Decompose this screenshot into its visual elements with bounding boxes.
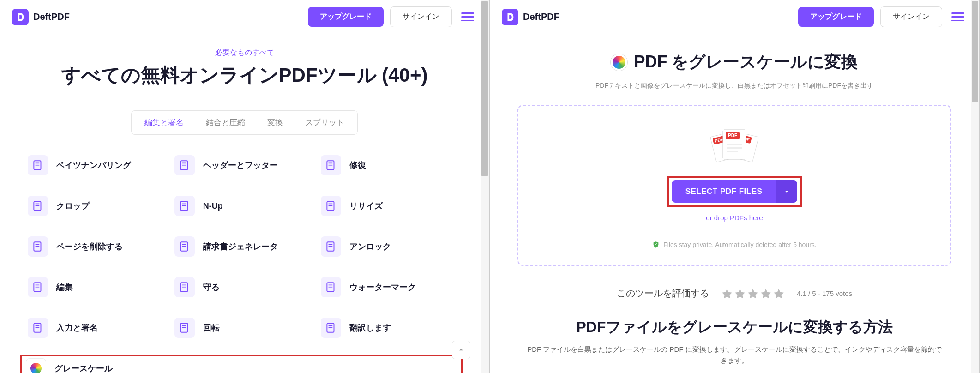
tool-icon bbox=[321, 277, 341, 297]
tool-item[interactable]: 請求書ジェネレータ bbox=[173, 233, 317, 260]
svg-rect-7 bbox=[329, 163, 333, 164]
tool-label: ページを削除する bbox=[56, 241, 123, 252]
tool-label: N-Up bbox=[203, 201, 223, 211]
hero-title: すべての無料オンラインPDFツール (40+) bbox=[9, 62, 480, 88]
menu-icon[interactable] bbox=[458, 10, 477, 24]
logo[interactable]: DeftPDF bbox=[502, 9, 559, 25]
tool-item[interactable]: 守る bbox=[173, 273, 317, 301]
svg-rect-25 bbox=[329, 244, 333, 245]
rating-stars[interactable] bbox=[721, 288, 785, 300]
svg-rect-22 bbox=[182, 244, 186, 245]
logo-icon bbox=[502, 9, 518, 25]
svg-rect-35 bbox=[329, 287, 333, 288]
tool-item[interactable]: 翻訳します bbox=[319, 314, 463, 342]
tool-item[interactable]: N-Up bbox=[173, 192, 317, 220]
rate-label: このツールを評価する bbox=[617, 287, 709, 300]
tool-label: ウォーターマーク bbox=[349, 282, 416, 293]
tool-icon bbox=[28, 196, 48, 216]
tool-label: 翻訳します bbox=[349, 322, 391, 333]
signin-button[interactable]: サインイン bbox=[390, 6, 452, 27]
howto-description: PDF ファイルを白黒またはグレースケールの PDF に変換します。グレースケー… bbox=[527, 344, 942, 366]
tool-icon bbox=[174, 318, 195, 338]
svg-rect-34 bbox=[329, 285, 333, 286]
select-source-dropdown[interactable] bbox=[776, 180, 797, 203]
drop-hint: or drop PDFs here bbox=[528, 214, 941, 222]
svg-rect-1 bbox=[36, 163, 40, 164]
tool-label: リサイズ bbox=[349, 200, 383, 211]
svg-rect-20 bbox=[36, 246, 40, 247]
svg-text:PDF: PDF bbox=[728, 133, 737, 138]
tool-item[interactable]: グレースケール bbox=[20, 355, 463, 373]
rate-summary: 4.1 / 5 - 175 votes bbox=[797, 289, 852, 297]
svg-rect-56 bbox=[727, 151, 738, 152]
logo-icon bbox=[12, 9, 29, 25]
upgrade-button[interactable]: アップグレード bbox=[798, 7, 874, 27]
back-to-top-button[interactable] bbox=[452, 341, 470, 359]
svg-rect-54 bbox=[727, 144, 742, 145]
svg-rect-44 bbox=[329, 327, 333, 328]
tool-item[interactable]: リサイズ bbox=[319, 192, 463, 220]
tool-icon bbox=[174, 155, 195, 175]
logo[interactable]: DeftPDF bbox=[12, 9, 70, 25]
svg-rect-2 bbox=[36, 165, 40, 166]
tool-item[interactable]: クロップ bbox=[26, 192, 170, 220]
menu-icon[interactable] bbox=[949, 10, 967, 24]
tool-label: 守る bbox=[203, 282, 220, 293]
svg-rect-28 bbox=[36, 285, 40, 286]
svg-rect-55 bbox=[727, 147, 742, 149]
tool-item[interactable]: 回転 bbox=[173, 314, 317, 342]
tool-item[interactable]: アンロック bbox=[319, 233, 463, 260]
tool-item[interactable]: 修復 bbox=[319, 151, 463, 179]
tool-label: グレースケール bbox=[54, 363, 113, 373]
category-tabs: 編集と署名結合と圧縮変換スプリット bbox=[131, 110, 358, 135]
svg-rect-23 bbox=[182, 246, 186, 247]
tab-3[interactable]: スプリット bbox=[294, 113, 355, 132]
tool-item[interactable]: 入力と署名 bbox=[26, 314, 170, 342]
tool-label: 入力と署名 bbox=[56, 322, 98, 333]
tool-label: アンロック bbox=[349, 241, 391, 252]
tool-item[interactable]: 編集 bbox=[26, 273, 170, 301]
upgrade-button[interactable]: アップグレード bbox=[308, 7, 384, 27]
svg-rect-17 bbox=[329, 205, 333, 206]
tool-icon bbox=[174, 196, 195, 216]
brand-name: DeftPDF bbox=[33, 12, 70, 22]
shield-icon bbox=[652, 241, 660, 248]
svg-rect-40 bbox=[182, 325, 186, 326]
signin-button[interactable]: サインイン bbox=[880, 6, 942, 27]
svg-rect-29 bbox=[36, 287, 40, 288]
tool-icon bbox=[174, 236, 195, 257]
tab-1[interactable]: 結合と圧縮 bbox=[195, 113, 256, 132]
tool-icon bbox=[321, 155, 341, 175]
page-subtitle: PDFテキストと画像をグレースケールに変換し、白黒またはオフセット印刷用にPDF… bbox=[499, 82, 970, 90]
svg-rect-38 bbox=[36, 327, 40, 328]
select-pdf-button[interactable]: SELECT PDF FILES bbox=[672, 180, 776, 203]
howto-title: PDFファイルをグレースケールに変換する方法 bbox=[527, 317, 942, 337]
tool-label: 回転 bbox=[203, 322, 220, 333]
tool-label: ヘッダーとフッター bbox=[203, 160, 278, 171]
privacy-note: Files stay private. Automatically delete… bbox=[528, 241, 941, 248]
svg-rect-41 bbox=[182, 327, 186, 328]
svg-rect-5 bbox=[182, 165, 186, 166]
tool-item[interactable]: ヘッダーとフッター bbox=[173, 151, 317, 179]
tab-2[interactable]: 変換 bbox=[256, 113, 294, 132]
tool-icon bbox=[28, 318, 48, 338]
tool-item[interactable]: ベイツナンバリング bbox=[26, 151, 170, 179]
tool-label: 請求書ジェネレータ bbox=[203, 241, 278, 252]
tool-icon bbox=[28, 277, 48, 297]
tool-icon bbox=[321, 236, 341, 257]
tab-0[interactable]: 編集と署名 bbox=[133, 113, 195, 132]
scrollbar[interactable] bbox=[971, 0, 979, 373]
svg-rect-4 bbox=[182, 163, 186, 164]
tool-item[interactable]: ページを削除する bbox=[26, 233, 170, 260]
brand-name: DeftPDF bbox=[523, 12, 559, 22]
scrollbar[interactable] bbox=[481, 0, 489, 373]
tool-item[interactable]: ウォーターマーク bbox=[319, 273, 463, 301]
svg-rect-19 bbox=[36, 244, 40, 245]
file-dropzone[interactable]: PDF PDF PDF bbox=[517, 105, 951, 266]
svg-rect-11 bbox=[36, 205, 40, 206]
scroll-thumb[interactable] bbox=[481, 1, 488, 176]
svg-rect-37 bbox=[36, 325, 40, 326]
svg-rect-26 bbox=[329, 246, 333, 247]
tool-icon bbox=[321, 196, 341, 216]
scroll-thumb[interactable] bbox=[972, 1, 978, 102]
